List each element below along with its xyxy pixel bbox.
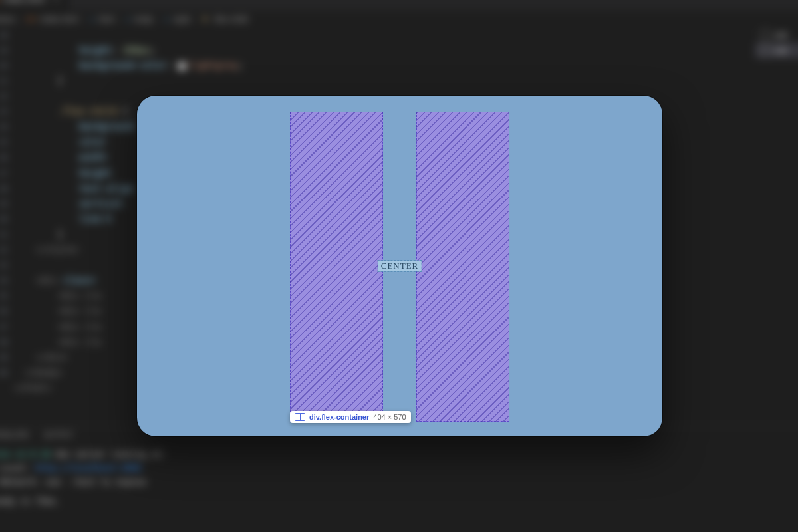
breadcrumb-leaf: .flex-child — [213, 14, 248, 24]
chevron-right-icon: › — [82, 14, 85, 24]
chevron-right-icon: › — [157, 14, 160, 24]
color-swatch-icon — [178, 62, 186, 70]
line-number: 40 — [0, 365, 8, 380]
breadcrumb[interactable]: flexbox › <> index.html › ⟐ html › ⟐ bod… — [0, 11, 798, 27]
terminal-line: use --host to expose — [45, 477, 146, 487]
line-gutter: 18 19 20 21 22 23 24 25 26 27 28 29 30 3… — [0, 27, 13, 380]
panel-tab-problems[interactable]: PROBLEMS — [0, 431, 30, 440]
terminal-instance[interactable]: zsh — [755, 27, 799, 43]
chevron-right-icon: › — [194, 14, 197, 24]
terminal-icon — [761, 30, 771, 40]
line-number: 18 — [0, 27, 8, 43]
browser-preview: CENTER div.flex-container 404 × 570 — [137, 96, 662, 436]
tab-filename: index.html — [3, 0, 45, 4]
terminal-line: dev server running at: — [55, 449, 166, 459]
code-token: vertical- — [79, 198, 128, 209]
close-icon[interactable]: × — [53, 0, 59, 4]
line-number: 37 — [0, 319, 8, 334]
line-number: 19 — [0, 43, 8, 58]
code-token: </body> — [25, 367, 63, 378]
terminal-line: vite v2.9.18 — [0, 449, 51, 459]
breadcrumb-node: style — [173, 14, 190, 24]
code-token: </html> — [13, 382, 52, 393]
flex-child — [416, 112, 509, 422]
line-number: 34 — [0, 273, 8, 289]
code-token: <div — [35, 275, 57, 286]
breadcrumb-root: flexbox — [0, 14, 15, 24]
code-token: height — [79, 45, 112, 55]
chevron-right-icon: › — [118, 14, 121, 24]
line-number: 33 — [0, 257, 8, 273]
line-number: 21 — [0, 73, 8, 88]
line-number: 28 — [0, 181, 8, 196]
terminal-icon — [761, 45, 771, 55]
terminal-instance[interactable]: zsh — [755, 43, 799, 58]
panel-tab-output[interactable]: OUTPUT — [44, 431, 74, 440]
line-number: 32 — [0, 242, 8, 257]
line-number: 23 — [0, 104, 8, 119]
element-icon: ⟐ — [126, 14, 130, 24]
terminal-line: > Network: — [0, 477, 41, 487]
code-token: .flex-child — [57, 106, 117, 117]
code-token: width — [79, 152, 106, 163]
line-number: 39 — [0, 350, 8, 365]
code-token: text-align — [79, 183, 134, 194]
line-number: 25 — [0, 135, 8, 150]
bottom-panel: PROBLEMS OUTPUT vite v2.9.18 dev server … — [0, 426, 798, 532]
terminal-line: ready in 75ms. — [0, 494, 798, 508]
code-token: background-color — [79, 60, 166, 70]
center-label: CENTER — [378, 261, 422, 271]
element-icon: ⟐ — [90, 14, 94, 24]
flex-icon — [295, 413, 305, 421]
line-number: 20 — [0, 58, 8, 73]
element-icon: ⟐ — [164, 14, 169, 24]
line-number: 35 — [0, 289, 8, 304]
html-file-icon: <> — [26, 14, 36, 24]
line-number: 30 — [0, 211, 8, 227]
code-token: lightgrey — [189, 60, 238, 70]
terminal-name: zsh — [775, 45, 788, 55]
code-token: class= — [63, 275, 95, 286]
line-number: 36 — [0, 304, 8, 319]
code-token: </div> — [35, 352, 68, 362]
breadcrumb-node: html — [98, 14, 114, 24]
terminal-line: > Local: — [0, 463, 30, 473]
terminal-side-list: zsh zsh — [755, 27, 799, 427]
code-token: color — [79, 137, 106, 148]
line-number: 27 — [0, 166, 8, 181]
line-number: 26 — [0, 150, 8, 166]
line-number: 31 — [0, 227, 8, 242]
devtools-element-badge: div.flex-container 404 × 570 — [290, 411, 411, 423]
terminal-name: zsh — [775, 30, 788, 40]
terminal-url: http://localhost:3000 — [35, 463, 141, 473]
line-number: 24 — [0, 120, 8, 135]
flex-child — [290, 112, 383, 422]
breadcrumb-file: index.html — [40, 14, 78, 24]
css-rule-icon: ✦ — [201, 14, 209, 24]
code-token: background — [79, 122, 134, 132]
tab-bar: <> index.html × — [0, 0, 798, 11]
badge-dimensions: 404 × 570 — [373, 413, 406, 421]
breadcrumb-node: body — [134, 14, 152, 24]
line-number: 22 — [0, 88, 8, 104]
editor-tab[interactable]: <> index.html × — [0, 0, 68, 11]
line-number: 29 — [0, 196, 8, 211]
line-number: 38 — [0, 334, 8, 350]
terminal-output[interactable]: vite v2.9.18 dev server running at: > Lo… — [0, 444, 798, 511]
badge-selector: div.flex-container — [309, 413, 369, 421]
code-token: line-h — [79, 213, 112, 224]
chevron-right-icon: › — [19, 14, 22, 24]
code-token: 200px — [123, 45, 150, 55]
code-token: </style> — [35, 244, 79, 255]
code-token: height — [79, 168, 112, 178]
